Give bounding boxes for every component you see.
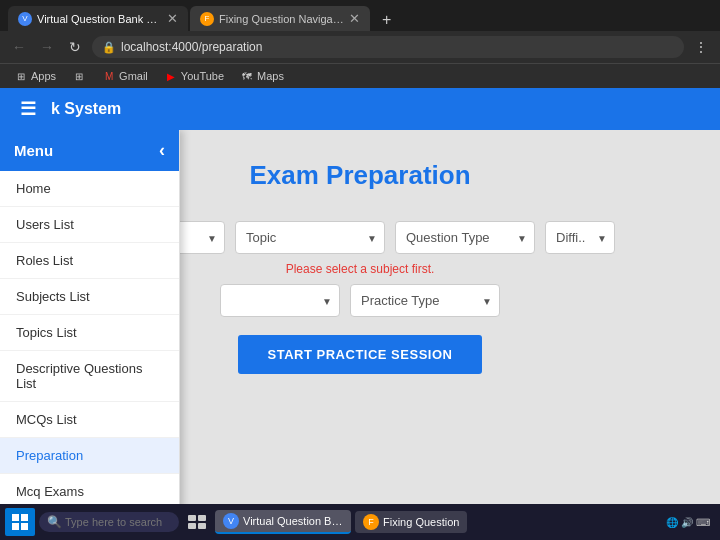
- difficulty-select-wrapper: Diffi... ▼: [545, 221, 615, 254]
- practice-type-select-wrapper: Practice Type ▼: [350, 284, 500, 317]
- subject-error-message: Please select a subject first.: [286, 262, 435, 276]
- bookmark-apps[interactable]: ⊞ Apps: [8, 67, 62, 85]
- bookmark-gmail[interactable]: M Gmail: [96, 67, 154, 85]
- tab-close-1[interactable]: ✕: [167, 11, 178, 26]
- refresh-button[interactable]: ↻: [64, 36, 86, 58]
- tab-title-1: Virtual Question Bank System: [37, 13, 162, 25]
- sidebar-item-descriptive-questions[interactable]: Descriptive Questions List: [0, 351, 179, 402]
- app-wrapper: ☰ k System Menu ‹ Home Users List Roles …: [0, 88, 720, 538]
- svg-rect-7: [198, 523, 206, 529]
- vqb-app-icon: V: [223, 513, 239, 529]
- topic-select-wrapper: Topic ▼: [235, 221, 385, 254]
- address-bar[interactable]: 🔒 localhost:4000/preparation: [92, 36, 684, 58]
- taskbar: 🔍 V Virtual Question Bank F Fixing Quest…: [0, 504, 720, 540]
- new-tab-button[interactable]: +: [376, 9, 397, 31]
- svg-rect-5: [198, 515, 206, 521]
- sidebar-header: Menu ‹: [0, 130, 179, 171]
- taskbar-app-fqn-label: Fixing Question: [383, 516, 459, 528]
- svg-rect-1: [21, 514, 28, 521]
- sidebar-item-preparation[interactable]: Preparation: [0, 438, 179, 474]
- browser-tab-2[interactable]: F Fixing Question Navigation ✕: [190, 6, 370, 31]
- svg-rect-2: [12, 523, 19, 530]
- address-text: localhost:4000/preparation: [121, 40, 262, 54]
- fqn-app-icon: F: [363, 514, 379, 530]
- tab-title-2: Fixing Question Navigation: [219, 13, 344, 25]
- question-type-select[interactable]: Question Type: [395, 221, 535, 254]
- practice-type-select[interactable]: Practice Type: [350, 284, 500, 317]
- num-questions-select[interactable]: [220, 284, 340, 317]
- taskbar-search-icon: 🔍: [47, 515, 62, 529]
- sidebar-item-topics-list[interactable]: Topics List: [0, 315, 179, 351]
- tab-bar: V Virtual Question Bank System ✕ F Fixin…: [0, 0, 720, 31]
- back-button[interactable]: ←: [8, 36, 30, 58]
- sidebar: Menu ‹ Home Users List Roles List Subjec…: [0, 130, 180, 538]
- grid-icon: ⊞: [72, 69, 86, 83]
- taskbar-icons: 🌐 🔊 ⌨: [666, 517, 710, 528]
- bookmark-youtube-label: YouTube: [181, 70, 224, 82]
- tab-close-2[interactable]: ✕: [349, 11, 360, 26]
- sidebar-item-users-list[interactable]: Users List: [0, 207, 179, 243]
- svg-rect-4: [188, 515, 196, 521]
- svg-rect-6: [188, 523, 196, 529]
- sidebar-item-roles-list[interactable]: Roles List: [0, 243, 179, 279]
- svg-rect-3: [21, 523, 28, 530]
- app-header-title: k System: [51, 100, 121, 118]
- taskbar-app-fqn[interactable]: F Fixing Question: [355, 511, 467, 533]
- extensions-button[interactable]: ⋮: [690, 36, 712, 58]
- tab-favicon-2: F: [200, 12, 214, 26]
- apps-grid-icon: ⊞: [14, 69, 28, 83]
- sidebar-nav: Home Users List Roles List Subjects List…: [0, 171, 179, 538]
- bookmark-gmail-label: Gmail: [119, 70, 148, 82]
- question-type-select-wrapper: Question Type ▼: [395, 221, 535, 254]
- svg-rect-0: [12, 514, 19, 521]
- taskbar-app-vqb[interactable]: V Virtual Question Bank: [215, 510, 351, 534]
- browser-chrome: V Virtual Question Bank System ✕ F Fixin…: [0, 0, 720, 88]
- difficulty-select[interactable]: Diffi...: [545, 221, 615, 254]
- nav-bar: ← → ↻ 🔒 localhost:4000/preparation ⋮: [0, 31, 720, 63]
- youtube-icon: ▶: [164, 69, 178, 83]
- app-header: ☰ k System: [0, 88, 720, 130]
- bookmark-grid[interactable]: ⊞: [66, 67, 92, 85]
- num-questions-select-wrapper: ▼: [220, 284, 340, 317]
- gmail-icon: M: [102, 69, 116, 83]
- sidebar-item-mcqs-list[interactable]: MCQs List: [0, 402, 179, 438]
- sidebar-close-button[interactable]: ‹: [159, 140, 165, 161]
- windows-start-button[interactable]: [5, 508, 35, 536]
- sidebar-title: Menu: [14, 142, 53, 159]
- menu-toggle-button[interactable]: ☰: [20, 98, 36, 120]
- app-body: Menu ‹ Home Users List Roles List Subjec…: [0, 130, 720, 538]
- maps-icon: 🗺: [240, 69, 254, 83]
- taskbar-app-vqb-label: Virtual Question Bank: [243, 515, 343, 527]
- bookmark-maps-label: Maps: [257, 70, 284, 82]
- taskbar-right-area: 🌐 🔊 ⌨: [666, 517, 715, 528]
- start-practice-button[interactable]: START PRACTICE SESSION: [238, 335, 483, 374]
- tab-favicon-1: V: [18, 12, 32, 26]
- bookmark-youtube[interactable]: ▶ YouTube: [158, 67, 230, 85]
- browser-tab-1[interactable]: V Virtual Question Bank System ✕: [8, 6, 188, 31]
- task-view-button[interactable]: [183, 508, 211, 536]
- bookmark-apps-label: Apps: [31, 70, 56, 82]
- topic-select[interactable]: Topic: [235, 221, 385, 254]
- forward-button[interactable]: →: [36, 36, 58, 58]
- sidebar-item-home[interactable]: Home: [0, 171, 179, 207]
- bookmark-maps[interactable]: 🗺 Maps: [234, 67, 290, 85]
- sidebar-item-subjects-list[interactable]: Subjects List: [0, 279, 179, 315]
- lock-icon: 🔒: [102, 41, 116, 54]
- page-title: Exam Preparation: [249, 160, 470, 191]
- bookmarks-bar: ⊞ Apps ⊞ M Gmail ▶ YouTube 🗺 Maps: [0, 63, 720, 88]
